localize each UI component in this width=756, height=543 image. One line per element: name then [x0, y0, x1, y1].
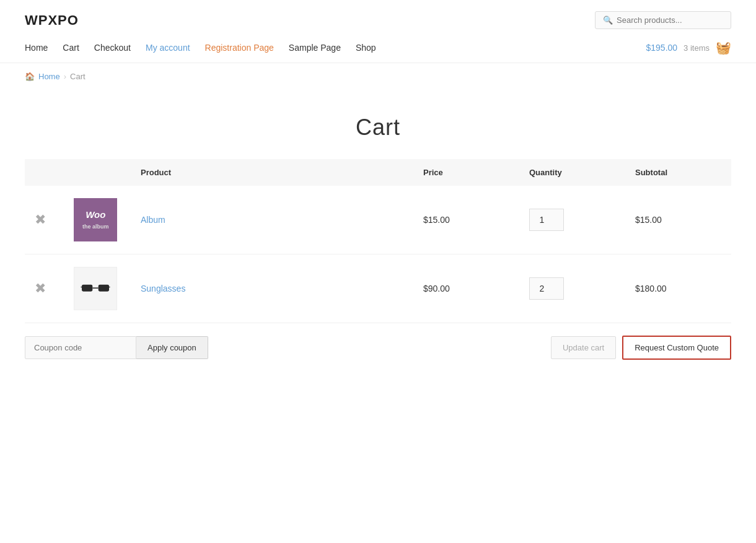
cart-summary: $195.00 3 items 🧺 — [646, 40, 731, 55]
breadcrumb-current: Cart — [70, 72, 86, 81]
remove-cell-album: ✖ — [25, 186, 64, 254]
home-icon: 🏠 — [25, 72, 35, 81]
table-header-row: Product Price Quantity Subtotal — [25, 159, 731, 186]
remove-album-button[interactable]: ✖ — [35, 212, 46, 228]
search-box: 🔍 — [595, 11, 731, 29]
svg-rect-0 — [82, 285, 92, 292]
qty-input-sunglasses[interactable] — [529, 277, 564, 300]
breadcrumb: 🏠 Home › Cart — [0, 63, 756, 90]
search-icon: 🔍 — [603, 15, 613, 25]
image-cell-sunglasses — [64, 254, 131, 323]
image-cell-album: Woo the album — [64, 186, 131, 254]
site-header: WPXPO 🔍 — [0, 0, 756, 40]
nav-sample[interactable]: Sample Page — [289, 43, 341, 53]
table-row: ✖ Sunglasses $ — [25, 254, 731, 323]
sunglasses-svg-icon — [80, 282, 111, 295]
subtotal-cell-sunglasses: $180.00 — [625, 254, 731, 323]
nav-registration[interactable]: Registration Page — [205, 43, 274, 53]
cart-table: Product Price Quantity Subtotal ✖ Woo th… — [25, 159, 731, 323]
qty-input-album[interactable] — [529, 209, 564, 231]
price-cell-album: $15.00 — [413, 186, 519, 254]
album-product-link[interactable]: Album — [141, 215, 165, 225]
col-header-price: Price — [413, 159, 519, 186]
price-cell-sunglasses: $90.00 — [413, 254, 519, 323]
nav-home[interactable]: Home — [25, 43, 48, 53]
sunglasses-product-link[interactable]: Sunglasses — [141, 284, 185, 293]
site-logo[interactable]: WPXPO — [25, 12, 79, 28]
cart-price: $195.00 — [646, 43, 677, 53]
col-image — [64, 159, 131, 186]
nav-links: Home Cart Checkout My account Registrati… — [25, 43, 376, 53]
woo-sublabel: the album — [82, 224, 109, 231]
coupon-area: Apply coupon — [25, 336, 208, 359]
search-input[interactable] — [617, 15, 723, 25]
update-cart-button[interactable]: Update cart — [551, 336, 616, 359]
col-header-quantity: Quantity — [519, 159, 625, 186]
breadcrumb-separator: › — [64, 72, 66, 81]
table-row: ✖ Woo the album Album $15.00 $15.00 — [25, 186, 731, 254]
breadcrumb-home[interactable]: Home — [38, 72, 60, 81]
cart-count: 3 items — [683, 43, 710, 53]
col-header-product: Product — [131, 159, 413, 186]
album-thumbnail: Woo the album — [74, 198, 117, 241]
name-cell-album: Album — [131, 186, 413, 254]
name-cell-sunglasses: Sunglasses — [131, 254, 413, 323]
qty-cell-album — [519, 186, 625, 254]
apply-coupon-button[interactable]: Apply coupon — [136, 336, 208, 359]
nav-myaccount[interactable]: My account — [146, 43, 190, 53]
sunglasses-thumbnail — [74, 267, 117, 310]
nav-checkout[interactable]: Checkout — [94, 43, 131, 53]
cart-actions: Apply coupon Update cart Request Custom … — [25, 329, 731, 360]
qty-cell-sunglasses — [519, 254, 625, 323]
remove-cell-sunglasses: ✖ — [25, 254, 64, 323]
col-header-subtotal: Subtotal — [625, 159, 731, 186]
main-nav: Home Cart Checkout My account Registrati… — [0, 40, 756, 63]
remove-sunglasses-button[interactable]: ✖ — [35, 280, 46, 297]
page-title: Cart — [0, 90, 756, 159]
cart-basket-icon[interactable]: 🧺 — [716, 40, 731, 55]
subtotal-cell-album: $15.00 — [625, 186, 731, 254]
svg-rect-1 — [99, 285, 109, 292]
coupon-input[interactable] — [25, 336, 136, 359]
nav-shop[interactable]: Shop — [356, 43, 376, 53]
cart-section: Product Price Quantity Subtotal ✖ Woo th… — [0, 159, 756, 384]
woo-label: Woo — [86, 209, 105, 221]
right-actions: Update cart Request Custom Quote — [551, 336, 731, 360]
col-remove — [25, 159, 64, 186]
nav-cart[interactable]: Cart — [63, 43, 79, 53]
request-quote-button[interactable]: Request Custom Quote — [622, 336, 731, 360]
